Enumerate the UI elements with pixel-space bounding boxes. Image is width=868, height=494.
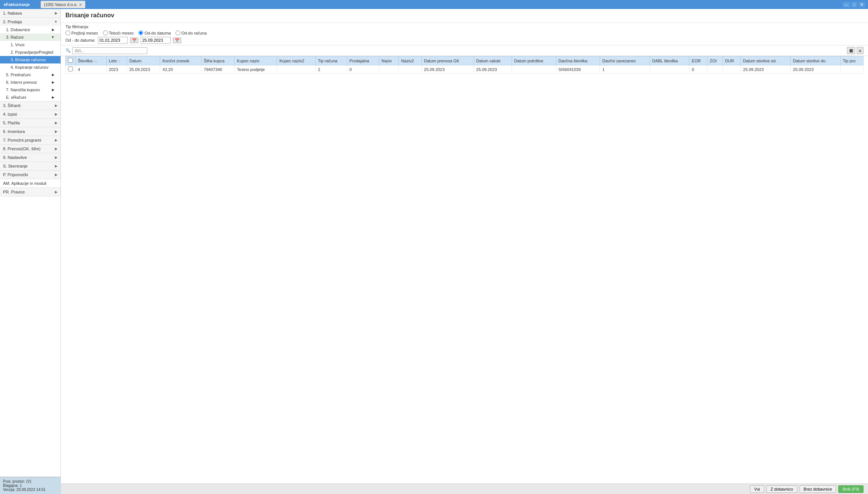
col-dabl-stevilka[interactable]: DABL številka — [650, 56, 689, 65]
tab-label: (100) Vasco d.o.o. — [44, 2, 77, 7]
col-datum-storitve-do[interactable]: Datum storitve do. — [791, 56, 841, 65]
col-naziv2[interactable]: Naziv2 — [399, 56, 422, 65]
tab-close-icon[interactable]: ✕ — [79, 3, 82, 7]
list-view-button[interactable]: ≡ — [857, 47, 863, 54]
col-dur[interactable]: DUR — [723, 56, 741, 65]
grid-view-button[interactable]: ▦ — [847, 47, 855, 54]
sidebar-section-prodaja: 2. Prodaja ▼ 1. Dobavnice ▶ 3. Računi ▼ … — [0, 18, 61, 101]
sidebar-item-pravice[interactable]: PR. Pravice ▶ — [0, 188, 61, 196]
filter-label-prejsnji: Prejšnji mesec — [71, 31, 98, 35]
table-row[interactable]: 4 2023 25.09.2023 42,20 79407340 Testno … — [66, 65, 863, 74]
chevron-right-icon: ▶ — [55, 112, 58, 116]
col-datum[interactable]: Datum — [127, 56, 160, 65]
sidebar-item-nabava[interactable]: 1. Nabava ▶ — [0, 9, 61, 17]
chevron-right-icon: ▶ — [55, 173, 58, 177]
cell-datum: 25.09.2023 — [127, 65, 160, 74]
col-datum-storitve-od[interactable]: Datum storitve od. — [741, 56, 791, 65]
sidebar-item-izpisi[interactable]: 4. Izpisi ▶ — [0, 110, 61, 118]
posl-prostor: Posl. prostor: (V) — [3, 479, 58, 483]
filter-radio-tekoci[interactable] — [103, 30, 108, 35]
sidebar-item-narocila-kupcev[interactable]: 7. Naročila kupcev ▶ — [0, 86, 61, 94]
sidebar-item-racuni-parent[interactable]: 3. Računi ▼ — [0, 33, 61, 41]
col-kupec-naziv2[interactable]: Kupec naziv2 — [277, 56, 316, 65]
main-content: Brisanje računov Tip filtriranja: Prejšn… — [61, 9, 868, 494]
filter-option-tekoci[interactable]: Tekoči mesec — [103, 30, 134, 35]
sidebar-bottom: Posl. prostor: (V) Blagajna: 1 Verzija: … — [0, 477, 61, 494]
filter-radio-od-do-racuna[interactable] — [176, 30, 180, 35]
date-from-input[interactable] — [98, 37, 128, 44]
brez-dobavnice-button[interactable]: Brez dobavnice — [800, 485, 836, 493]
search-input[interactable] — [72, 47, 147, 54]
filter-radio-od-do-datuma[interactable] — [138, 30, 143, 35]
sidebar-item-kopiranje[interactable]: 4. Kopiranje računov — [0, 63, 61, 71]
col-eor[interactable]: EOR — [689, 56, 707, 65]
col-tip-racuna[interactable]: Tip računa — [315, 56, 347, 65]
filter-label-tekoci: Tekoči mesec — [109, 31, 134, 35]
sidebar-item-nastavitve[interactable]: 9. Nastavitve ▶ — [0, 153, 61, 162]
col-tip-pro[interactable]: Tip pro — [841, 56, 863, 65]
chevron-right-icon: ▶ — [55, 104, 58, 107]
sidebar-item-pripomocki[interactable]: P. Pripomočki ▶ — [0, 171, 61, 179]
chevron-right-icon: ▶ — [52, 88, 55, 92]
col-sifra-kupca[interactable]: Šifra kupca — [201, 56, 235, 65]
sidebar-item-prodaja[interactable]: 2. Prodaja ▼ — [0, 18, 61, 26]
sidebar-item-interni-prenosi[interactable]: 6. Interni prenosi ▶ — [0, 79, 61, 86]
sidebar-item-prenosi[interactable]: 8. Prenosi(GK, šifre) ▶ — [0, 145, 61, 153]
close-button[interactable]: ✕ — [859, 2, 865, 8]
col-kupec-naziv[interactable]: Kupec naziv — [235, 56, 277, 65]
chevron-down-icon: ▼ — [51, 35, 55, 39]
sidebar-item-skeniranje[interactable]: S. Skeniranje ▶ — [0, 162, 61, 170]
select-all-checkbox[interactable] — [68, 58, 73, 63]
z-dobavnico-button[interactable]: Z dobavnico — [767, 485, 797, 493]
sidebar-item-dobavnice[interactable]: 1. Dobavnice ▶ — [0, 26, 61, 33]
filter-radio-prejsnji[interactable] — [65, 30, 70, 35]
sidebar-item-sifranti[interactable]: 3. Šifranti ▶ — [0, 101, 61, 110]
cell-sifra-kupca: 79407340 — [201, 65, 235, 74]
col-datum-prenosa-gk[interactable]: Datum prenosa GK — [421, 56, 474, 65]
col-prodajalna[interactable]: Prodajalna — [347, 56, 379, 65]
vsi-button[interactable]: Vsi — [750, 485, 764, 493]
sidebar-kopiranje-label: 4. Kopiranje računov — [11, 65, 48, 69]
cell-leto: 2023 — [106, 65, 127, 74]
sidebar-item-predracuni[interactable]: 5. Predračuni ▶ — [0, 71, 61, 79]
date-from-picker-button[interactable]: 📅 — [130, 38, 138, 43]
col-zoi[interactable]: ZOI — [707, 56, 723, 65]
col-koncni-znesek[interactable]: Končni znesek — [160, 56, 201, 65]
col-davcna-stevilka[interactable]: Davčna številka — [556, 56, 600, 65]
col-leto[interactable]: Leto ↑ — [106, 56, 127, 65]
filter-option-prejsnji[interactable]: Prejšnji mesec — [65, 30, 98, 35]
sidebar-item-vnos[interactable]: 1. Vnos — [0, 41, 61, 48]
minimize-button[interactable]: — — [843, 2, 850, 8]
layout: 1. Nabava ▶ 2. Prodaja ▼ 1. Dobavnice ▶ … — [0, 9, 868, 494]
exit-button[interactable]: Briši (F9) — [838, 485, 863, 493]
cell-tip-racuna: 2 — [315, 65, 347, 74]
row-checkbox[interactable] — [68, 66, 73, 71]
filter-type-label: Tip filtriranja: — [65, 24, 863, 29]
maximize-button[interactable]: □ — [851, 2, 857, 8]
sidebar-item-aplikacije[interactable]: AM. Aplikacije in moduli — [0, 179, 61, 187]
col-datum-potrditve[interactable]: Datum potrditve — [512, 56, 556, 65]
sidebar-item-pomozni[interactable]: 7. Pomožni programi ▶ — [0, 136, 61, 144]
cell-datum-valute: 25.09.2023 — [474, 65, 512, 74]
cell-datum-potrditve — [512, 65, 556, 74]
chevron-right-icon: ▶ — [55, 164, 58, 168]
col-datum-valute[interactable]: Datum valute — [474, 56, 512, 65]
filter-option-od-do-datuma[interactable]: Od-do datuma — [138, 30, 171, 35]
sidebar-item-popravljanje[interactable]: 2. Popravljanje/Pregled — [0, 48, 61, 56]
col-naziv[interactable]: Naziv — [379, 56, 399, 65]
date-to-input[interactable] — [141, 37, 171, 44]
sidebar-item-eracuni[interactable]: E. eRačuni ▶ — [0, 94, 61, 101]
date-from-label: Od - do datuma: — [65, 38, 95, 42]
sidebar-item-placila[interactable]: 5. Plačila ▶ — [0, 119, 61, 127]
sidebar-izpisi-label: 4. Izpisi — [3, 112, 17, 116]
col-davcni-zavezanec[interactable]: Davčni zavezanec — [600, 56, 650, 65]
sidebar-item-inventura[interactable]: 6. Inventura ▶ — [0, 127, 61, 136]
active-tab[interactable]: (100) Vasco d.o.o. ✕ — [41, 1, 85, 8]
filter-option-od-do-racuna[interactable]: Od-do računa — [176, 30, 207, 35]
col-checkbox — [66, 56, 76, 65]
cell-dabl-stevilka — [650, 65, 689, 74]
date-to-picker-button[interactable]: 📅 — [173, 38, 181, 43]
cell-eor: 0 — [689, 65, 707, 74]
col-stevilka[interactable]: Številka ↑↓ — [76, 56, 107, 65]
sidebar-item-brisanje[interactable]: 3. Brisanje računov — [0, 56, 61, 63]
